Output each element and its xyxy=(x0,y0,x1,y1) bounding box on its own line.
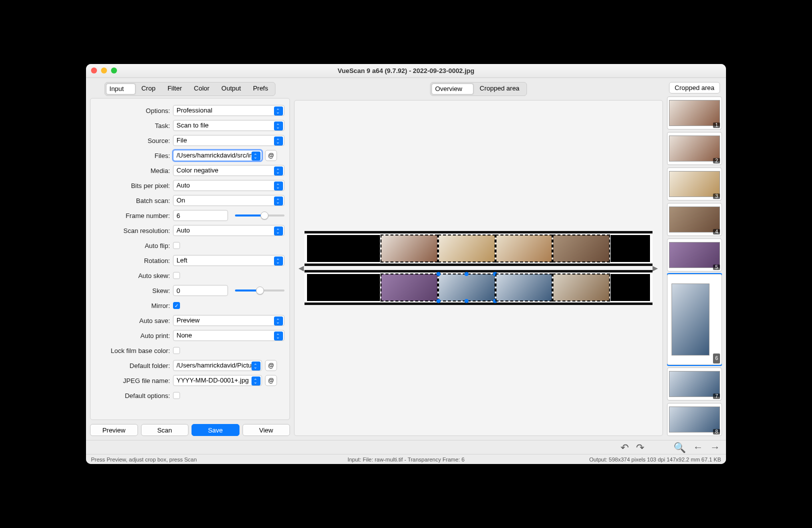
options-select[interactable]: Professional xyxy=(173,105,284,116)
film-strip-overview[interactable] xyxy=(304,227,652,309)
label: Options: xyxy=(96,107,173,114)
label: Skew: xyxy=(96,287,173,294)
label: Task: xyxy=(96,122,173,130)
media-select[interactable]: Color negative xyxy=(173,165,284,176)
task-select[interactable]: Scan to file xyxy=(173,120,284,131)
view-button[interactable]: View xyxy=(242,424,290,436)
chevron-updown-icon xyxy=(252,152,260,160)
rotation-select[interactable]: Left xyxy=(173,255,284,266)
autoprint-select[interactable]: None xyxy=(173,330,284,341)
thumbnail-7[interactable]: 7 xyxy=(667,368,722,400)
skew-input[interactable] xyxy=(173,285,228,296)
cropped-area-button[interactable]: Cropped area xyxy=(669,82,720,94)
chevron-updown-icon xyxy=(274,332,283,340)
chevron-updown-icon xyxy=(274,106,283,116)
frame-input[interactable] xyxy=(173,210,228,221)
lockfilm-checkbox[interactable] xyxy=(173,347,180,354)
right-column: Cropped area 12345678 xyxy=(667,82,722,436)
label: Default options: xyxy=(96,392,173,400)
zoom-in-icon[interactable]: 🔍 xyxy=(674,442,686,454)
label: Rotation: xyxy=(96,257,173,264)
arrow-right-icon[interactable]: → xyxy=(710,442,720,453)
next-frame-button[interactable]: ▶ xyxy=(652,264,658,272)
thumbnail-8[interactable]: 8 xyxy=(667,403,722,436)
selected-frame xyxy=(438,274,495,301)
thumbnail-2[interactable]: 2 xyxy=(667,132,722,165)
thumbnail-5[interactable]: 5 xyxy=(667,238,722,272)
tab-overview[interactable]: Overview xyxy=(432,84,474,94)
preview-button[interactable]: Preview xyxy=(90,424,138,436)
mirror-checkbox[interactable] xyxy=(173,302,180,309)
label: Source: xyxy=(96,137,173,144)
tab-input[interactable]: Input xyxy=(106,84,136,94)
label: Lock film base color: xyxy=(96,347,173,354)
tab-color[interactable]: Color xyxy=(188,84,216,94)
undo-icon[interactable]: ↶ xyxy=(620,442,629,454)
label: Auto flip: xyxy=(96,242,173,250)
autosave-select[interactable]: Preview xyxy=(173,315,284,326)
thumbnail-1[interactable]: 1 xyxy=(667,96,722,130)
thumbnail-3[interactable]: 3 xyxy=(667,168,722,200)
label: Batch scan: xyxy=(96,197,173,204)
label: Default folder: xyxy=(96,362,173,370)
defopts-checkbox[interactable] xyxy=(173,392,180,399)
arrow-left-icon[interactable]: ← xyxy=(693,442,703,453)
tab-output[interactable]: Output xyxy=(216,84,247,94)
zoom-icon[interactable] xyxy=(111,68,117,74)
chevron-updown-icon xyxy=(252,376,260,386)
chevron-updown-icon xyxy=(274,122,283,130)
window-title: VueScan 9 a64 (9.7.92) - 2022-09-23-0002… xyxy=(338,67,474,74)
label: Auto skew: xyxy=(96,272,173,280)
autoflip-checkbox[interactable] xyxy=(173,242,180,249)
status-bar: Press Preview, adjust crop box, press Sc… xyxy=(86,454,726,464)
tab-cropped-area[interactable]: Cropped area xyxy=(474,84,526,94)
thumbnail-4[interactable]: 4 xyxy=(667,203,722,236)
chevron-updown-icon xyxy=(274,226,283,236)
source-select[interactable]: File xyxy=(173,135,284,146)
label: Auto print: xyxy=(96,332,173,340)
label: Frame number: xyxy=(96,212,173,220)
chevron-updown-icon xyxy=(274,136,283,146)
close-icon[interactable] xyxy=(91,68,97,74)
tab-crop[interactable]: Crop xyxy=(136,84,162,94)
scan-button[interactable]: Scan xyxy=(141,424,189,436)
minimize-icon[interactable] xyxy=(101,68,107,74)
batch-select[interactable]: On xyxy=(173,195,284,206)
autoskew-checkbox[interactable] xyxy=(173,272,180,279)
app-window: VueScan 9 a64 (9.7.92) - 2022-09-23-0002… xyxy=(86,64,726,464)
thumbnail-6[interactable]: 6 xyxy=(667,274,722,365)
files-select[interactable]: /Users/hamrickdavid/src/im xyxy=(173,150,262,161)
save-button[interactable]: Save xyxy=(192,424,240,436)
label: Files: xyxy=(96,152,173,160)
jpegname-browse-button[interactable]: @ xyxy=(265,375,277,386)
view-tabs: OverviewCropped area xyxy=(430,82,527,96)
files-browse-button[interactable]: @ xyxy=(265,150,277,161)
center-column: OverviewCropped area ◀ xyxy=(294,82,663,436)
preview-area: ◀ xyxy=(294,100,663,436)
status-hint: Press Preview, adjust crop box, press Sc… xyxy=(91,456,197,462)
tab-prefs[interactable]: Prefs xyxy=(247,84,274,94)
skew-slider[interactable] xyxy=(235,290,284,292)
settings-tabs: InputCropFilterColorOutputPrefs xyxy=(104,82,276,96)
tab-filter[interactable]: Filter xyxy=(162,84,188,94)
label: Scan resolution: xyxy=(96,227,173,234)
chevron-updown-icon xyxy=(274,166,283,176)
redo-icon[interactable]: ↷ xyxy=(636,442,644,454)
toolbar-bottom: ↶ ↷ 🔍 ← → xyxy=(86,440,726,454)
status-input: Input: File: raw-multi.tif - Transparenc… xyxy=(348,456,464,462)
bpp-select[interactable]: Auto xyxy=(173,180,284,191)
window-controls xyxy=(91,68,117,74)
folder-select[interactable]: /Users/hamrickdavid/Pictur xyxy=(173,360,262,371)
jpegname-select[interactable]: YYYY-MM-DD-0001+.jpg xyxy=(173,375,262,386)
folder-browse-button[interactable]: @ xyxy=(265,360,277,371)
chevron-updown-icon xyxy=(274,196,283,206)
label: Media: xyxy=(96,167,173,174)
chevron-updown-icon xyxy=(274,256,283,266)
scanres-select[interactable]: Auto xyxy=(173,225,284,236)
thumbnail-list: 12345678 xyxy=(667,96,722,436)
left-column: InputCropFilterColorOutputPrefs Options:… xyxy=(90,82,290,436)
status-output: Output: 598x374 pixels 103 dpi 147x92.2 … xyxy=(589,456,721,462)
label: JPEG file name: xyxy=(96,377,173,384)
prev-frame-button[interactable]: ◀ xyxy=(298,264,304,272)
frame-slider[interactable] xyxy=(235,214,284,216)
